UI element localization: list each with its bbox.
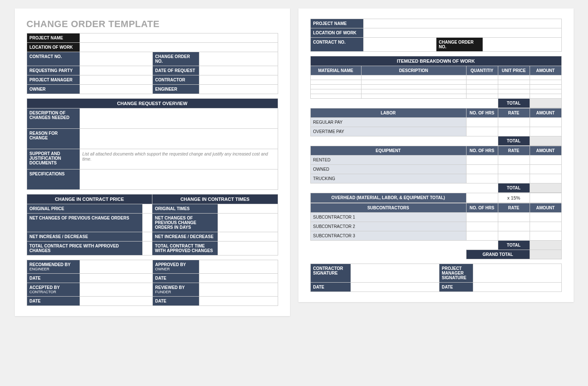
- field-requesting-party[interactable]: [80, 66, 152, 75]
- label-contractor: CONTRACTOR: [152, 75, 199, 85]
- field-project-name-p2[interactable]: [363, 19, 561, 28]
- label-date-2: DATE: [152, 274, 199, 283]
- field-location-of-work[interactable]: [80, 43, 278, 52]
- row-trucking: TRUCKING: [310, 174, 466, 183]
- page-title: CHANGE ORDER TEMPLATE: [27, 19, 278, 30]
- info-table-p2: PROJECT NAME LOCATION OF WORK CONTRACT N…: [310, 19, 562, 52]
- field-recommended-by[interactable]: [80, 260, 152, 274]
- col-no-hrs: NO. OF HRS: [466, 108, 498, 118]
- field-date-sig2[interactable]: [473, 283, 561, 292]
- material-row[interactable]: [310, 94, 561, 99]
- row-sub1: SUBCONTRACTOR 1: [310, 213, 466, 222]
- label-contract-no-p2: CONTRACT NO.: [310, 38, 363, 52]
- material-row[interactable]: [310, 89, 561, 94]
- contract-change-table: CHANGE IN CONTRACT PRICE CHANGE IN CONTR…: [27, 194, 278, 255]
- label-date-1: DATE: [27, 274, 80, 283]
- field-price-orig[interactable]: [143, 204, 152, 214]
- label-change-order-no-p2: CHANGE ORDER NO.: [436, 38, 483, 52]
- field-date-2[interactable]: [199, 274, 278, 283]
- field-price-netprev[interactable]: [143, 214, 152, 232]
- label-project-name-p2: PROJECT NAME: [310, 19, 363, 28]
- field-change-order-no-p2[interactable]: [483, 38, 561, 52]
- signoff-table-p1: RECOMMENDED BYENGINEER APPROVED BYOWNER …: [27, 260, 278, 306]
- field-date-sig1[interactable]: [351, 283, 439, 292]
- row-owned: OWNED: [310, 165, 466, 174]
- field-date-4[interactable]: [199, 297, 278, 306]
- info-table-p1: PROJECT NAME LOCATION OF WORK CONTRACT N…: [27, 33, 278, 94]
- field-contract-no[interactable]: [80, 52, 152, 66]
- label-date-3: DATE: [27, 297, 80, 306]
- label-contractor-sig: CONTRACTOR SIGNATURE: [310, 264, 351, 283]
- field-times-netinc[interactable]: [218, 232, 278, 242]
- row-overtime-pay: OVERTIME PAY: [310, 127, 466, 136]
- field-project-manager[interactable]: [80, 75, 152, 85]
- sub-header: SUBCONTRACTORS: [310, 203, 466, 213]
- label-times-netprev: NET CHANGES OF PREVIOUS CHANGE ORDERS IN…: [152, 214, 218, 232]
- col-amount-eq: AMOUNT: [530, 146, 561, 156]
- field-labor-total[interactable]: [530, 136, 561, 146]
- field-support[interactable]: List all attached documents which suppor…: [80, 149, 278, 169]
- label-reviewed-by: REVIEWED BYFUNDER: [152, 283, 199, 297]
- equip-header: EQUIPMENT: [310, 146, 466, 156]
- field-equip-total[interactable]: [530, 183, 561, 193]
- material-row[interactable]: [310, 85, 561, 89]
- equipment-table: EQUIPMENT NO. OF HRS RATE AMOUNT RENTED …: [310, 146, 562, 193]
- field-grand-total[interactable]: [530, 250, 561, 259]
- field-price-netinc[interactable]: [143, 232, 152, 242]
- field-date-3[interactable]: [80, 297, 152, 306]
- field-overhead-sum[interactable]: [466, 193, 498, 203]
- material-row[interactable]: [310, 75, 561, 80]
- field-date-1[interactable]: [80, 274, 152, 283]
- field-accepted-by[interactable]: [80, 283, 152, 297]
- field-times-netprev[interactable]: [218, 214, 278, 232]
- field-times-total[interactable]: [218, 242, 278, 255]
- label-change-order-no: CHANGE ORDER NO.: [152, 52, 199, 66]
- field-project-name[interactable]: [80, 33, 278, 43]
- col-quantity: QUANTITIY: [466, 66, 498, 75]
- field-contract-no-p2[interactable]: [363, 38, 436, 52]
- field-approved-by[interactable]: [199, 260, 278, 274]
- field-engineer[interactable]: [199, 85, 278, 94]
- price-header: CHANGE IN CONTRACT PRICE: [27, 194, 152, 204]
- label-material-total: TOTAL: [498, 99, 530, 108]
- page-2: PROJECT NAME LOCATION OF WORK CONTRACT N…: [298, 8, 574, 302]
- field-sub-total[interactable]: [530, 241, 561, 250]
- field-contractor-sig[interactable]: [351, 264, 439, 283]
- labor-table: LABOR NO. OF HRS RATE AMOUNT REGULAR PAY…: [310, 108, 562, 146]
- times-header: CHANGE IN CONTRACT TIMES: [152, 194, 278, 204]
- field-contractor[interactable]: [199, 75, 278, 85]
- overhead-pct: x 15%: [498, 193, 530, 203]
- field-desc-changes[interactable]: [80, 108, 278, 129]
- overhead-label: OVERHEAD (MATERIAL, LABOR, & EQUIPMENT T…: [310, 193, 466, 203]
- label-grand-total: GRAND TOTAL: [466, 250, 530, 259]
- row-sub2: SUBCONTRACTOR 2: [310, 222, 466, 231]
- col-description: DESCRIPTION: [361, 66, 466, 75]
- label-approved-by: APPROVED BYOWNER: [152, 260, 199, 274]
- field-owner[interactable]: [80, 85, 152, 94]
- field-reason[interactable]: [80, 129, 278, 149]
- field-reviewed-by[interactable]: [199, 283, 278, 297]
- field-price-total[interactable]: [143, 242, 152, 255]
- subcontractors-table: SUBCONTRACTORS NO. OF HRS RATE AMOUNT SU…: [310, 203, 562, 259]
- col-amount-sub: AMOUNT: [530, 203, 561, 213]
- col-amount-labor: AMOUNT: [530, 108, 561, 118]
- field-specs[interactable]: [80, 169, 278, 190]
- label-recommended-by: RECOMMENDED BYENGINEER: [27, 260, 80, 274]
- field-location-p2[interactable]: [363, 28, 561, 38]
- field-overhead-amount[interactable]: [530, 193, 561, 203]
- field-change-order-no[interactable]: [199, 52, 278, 66]
- overhead-table: OVERHEAD (MATERIAL, LABOR, & EQUIPMENT T…: [310, 193, 562, 203]
- label-price-netinc: NET INCREASE / DECREASE: [27, 232, 143, 242]
- material-row[interactable]: [310, 80, 561, 85]
- label-date-of-request: DATE OF REQUEST: [152, 66, 199, 75]
- field-pm-sig[interactable]: [473, 264, 561, 283]
- col-rate-sub: RATE: [498, 203, 530, 213]
- col-amount: AMOUNT: [530, 66, 561, 75]
- field-times-orig[interactable]: [218, 204, 278, 214]
- field-date-of-request[interactable]: [199, 66, 278, 75]
- field-material-total[interactable]: [530, 99, 561, 108]
- label-times-total: TOTAL CONTRACT TIME WITH APPROVED CHANGE…: [152, 242, 218, 255]
- label-location-p2: LOCATION OF WORK: [310, 28, 363, 38]
- col-unit-price: UNIT PRICE: [498, 66, 530, 75]
- col-rate: RATE: [498, 108, 530, 118]
